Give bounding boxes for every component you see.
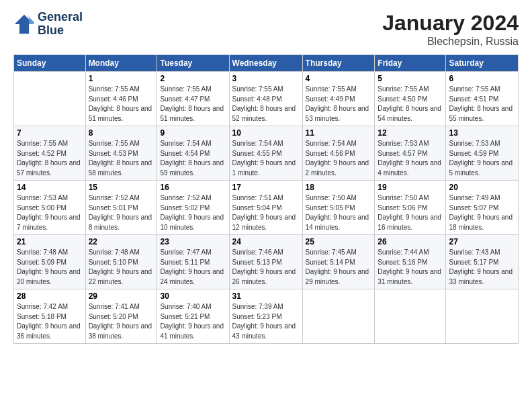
day-info: Sunrise: 7:53 AMSunset: 4:57 PMDaylight:… (378, 139, 443, 178)
calendar-cell: 25Sunrise: 7:45 AMSunset: 5:14 PMDayligh… (302, 235, 375, 289)
calendar-cell (446, 289, 519, 344)
day-number: 7 (17, 128, 83, 138)
day-number: 4 (306, 74, 372, 83)
day-number: 22 (89, 237, 154, 246)
day-info: Sunrise: 7:55 AMSunset: 4:47 PMDaylight:… (160, 85, 226, 124)
day-info: Sunrise: 7:39 AMSunset: 5:23 PMDaylight:… (232, 302, 300, 341)
calendar-cell: 6Sunrise: 7:55 AMSunset: 4:51 PMDaylight… (446, 72, 519, 126)
day-number: 26 (378, 237, 443, 246)
day-number: 15 (89, 183, 154, 192)
day-number: 10 (232, 128, 300, 138)
day-number: 21 (17, 237, 83, 246)
day-number: 11 (306, 128, 372, 138)
calendar-cell (302, 289, 375, 344)
main-title: January 2024 (382, 11, 519, 36)
column-header-friday: Friday (375, 55, 446, 72)
day-info: Sunrise: 7:41 AMSunset: 5:20 PMDaylight:… (89, 302, 154, 341)
day-info: Sunrise: 7:54 AMSunset: 4:56 PMDaylight:… (306, 139, 372, 178)
calendar-cell: 1Sunrise: 7:55 AMSunset: 4:46 PMDaylight… (85, 72, 157, 126)
day-number: 5 (378, 74, 443, 83)
day-info: Sunrise: 7:46 AMSunset: 5:13 PMDaylight:… (232, 248, 300, 287)
calendar-cell: 19Sunrise: 7:50 AMSunset: 5:06 PMDayligh… (375, 181, 446, 235)
calendar-table: SundayMondayTuesdayWednesdayThursdayFrid… (13, 54, 519, 344)
calendar-cell (375, 289, 446, 344)
logo-text: General Blue (38, 11, 83, 38)
day-number: 16 (160, 183, 226, 192)
day-info: Sunrise: 7:45 AMSunset: 5:14 PMDaylight:… (306, 248, 372, 287)
calendar-cell: 10Sunrise: 7:54 AMSunset: 4:55 PMDayligh… (229, 126, 302, 181)
day-info: Sunrise: 7:47 AMSunset: 5:11 PMDaylight:… (160, 248, 226, 287)
calendar-cell: 3Sunrise: 7:55 AMSunset: 4:48 PMDaylight… (229, 72, 302, 126)
logo-icon (13, 13, 35, 35)
week-row-1: 1Sunrise: 7:55 AMSunset: 4:46 PMDaylight… (14, 72, 519, 126)
calendar-cell: 26Sunrise: 7:44 AMSunset: 5:16 PMDayligh… (375, 235, 446, 289)
day-info: Sunrise: 7:55 AMSunset: 4:53 PMDaylight:… (89, 139, 154, 178)
day-info: Sunrise: 7:50 AMSunset: 5:05 PMDaylight:… (306, 193, 372, 232)
calendar-cell: 14Sunrise: 7:53 AMSunset: 5:00 PMDayligh… (14, 181, 86, 235)
day-info: Sunrise: 7:55 AMSunset: 4:50 PMDaylight:… (378, 85, 443, 124)
calendar-cell: 28Sunrise: 7:42 AMSunset: 5:18 PMDayligh… (14, 289, 86, 344)
calendar-cell: 11Sunrise: 7:54 AMSunset: 4:56 PMDayligh… (302, 126, 375, 181)
day-number: 25 (306, 237, 372, 246)
week-row-2: 7Sunrise: 7:55 AMSunset: 4:52 PMDaylight… (14, 126, 519, 181)
calendar-cell: 23Sunrise: 7:47 AMSunset: 5:11 PMDayligh… (157, 235, 229, 289)
day-number: 19 (378, 183, 443, 192)
day-info: Sunrise: 7:55 AMSunset: 4:48 PMDaylight:… (232, 85, 300, 124)
day-number: 28 (17, 291, 83, 301)
title-block: January 2024 Blechepsin, Russia (382, 11, 519, 48)
calendar-cell (14, 72, 86, 126)
day-info: Sunrise: 7:55 AMSunset: 4:51 PMDaylight:… (449, 85, 515, 124)
calendar-cell: 24Sunrise: 7:46 AMSunset: 5:13 PMDayligh… (229, 235, 302, 289)
day-number: 27 (449, 237, 515, 246)
calendar-cell: 15Sunrise: 7:52 AMSunset: 5:01 PMDayligh… (85, 181, 157, 235)
column-header-monday: Monday (85, 55, 157, 72)
calendar-cell: 13Sunrise: 7:53 AMSunset: 4:59 PMDayligh… (446, 126, 519, 181)
column-header-wednesday: Wednesday (229, 55, 302, 72)
day-info: Sunrise: 7:40 AMSunset: 5:21 PMDaylight:… (160, 302, 226, 341)
day-number: 29 (89, 291, 154, 301)
calendar-cell: 29Sunrise: 7:41 AMSunset: 5:20 PMDayligh… (85, 289, 157, 344)
calendar-cell: 12Sunrise: 7:53 AMSunset: 4:57 PMDayligh… (375, 126, 446, 181)
calendar-cell: 30Sunrise: 7:40 AMSunset: 5:21 PMDayligh… (157, 289, 229, 344)
week-row-5: 28Sunrise: 7:42 AMSunset: 5:18 PMDayligh… (14, 289, 519, 344)
day-info: Sunrise: 7:54 AMSunset: 4:55 PMDaylight:… (232, 139, 300, 178)
calendar-cell: 31Sunrise: 7:39 AMSunset: 5:23 PMDayligh… (229, 289, 302, 344)
day-number: 8 (89, 128, 154, 138)
calendar-cell: 4Sunrise: 7:55 AMSunset: 4:49 PMDaylight… (302, 72, 375, 126)
column-header-tuesday: Tuesday (157, 55, 229, 72)
day-info: Sunrise: 7:55 AMSunset: 4:46 PMDaylight:… (89, 85, 154, 124)
day-number: 2 (160, 74, 226, 83)
calendar-cell: 5Sunrise: 7:55 AMSunset: 4:50 PMDaylight… (375, 72, 446, 126)
day-number: 24 (232, 237, 300, 246)
column-header-saturday: Saturday (446, 55, 519, 72)
day-info: Sunrise: 7:55 AMSunset: 4:52 PMDaylight:… (17, 139, 83, 178)
day-info: Sunrise: 7:51 AMSunset: 5:04 PMDaylight:… (232, 193, 300, 232)
day-number: 17 (232, 183, 300, 192)
calendar-cell: 17Sunrise: 7:51 AMSunset: 5:04 PMDayligh… (229, 181, 302, 235)
calendar-cell: 16Sunrise: 7:52 AMSunset: 5:02 PMDayligh… (157, 181, 229, 235)
day-info: Sunrise: 7:42 AMSunset: 5:18 PMDaylight:… (17, 302, 83, 341)
calendar-cell: 20Sunrise: 7:49 AMSunset: 5:07 PMDayligh… (446, 181, 519, 235)
calendar-cell: 21Sunrise: 7:48 AMSunset: 5:09 PMDayligh… (14, 235, 86, 289)
header: General Blue January 2024 Blechepsin, Ru… (13, 11, 519, 48)
column-header-sunday: Sunday (14, 55, 86, 72)
calendar-cell: 27Sunrise: 7:43 AMSunset: 5:17 PMDayligh… (446, 235, 519, 289)
calendar-cell: 7Sunrise: 7:55 AMSunset: 4:52 PMDaylight… (14, 126, 86, 181)
day-number: 31 (232, 291, 300, 301)
calendar-cell: 18Sunrise: 7:50 AMSunset: 5:05 PMDayligh… (302, 181, 375, 235)
logo-line2: Blue (38, 24, 83, 38)
day-info: Sunrise: 7:49 AMSunset: 5:07 PMDaylight:… (449, 193, 515, 232)
day-info: Sunrise: 7:44 AMSunset: 5:16 PMDaylight:… (378, 248, 443, 287)
calendar-cell: 8Sunrise: 7:55 AMSunset: 4:53 PMDaylight… (85, 126, 157, 181)
day-info: Sunrise: 7:53 AMSunset: 4:59 PMDaylight:… (449, 139, 515, 178)
logo: General Blue (13, 11, 83, 38)
day-info: Sunrise: 7:50 AMSunset: 5:06 PMDaylight:… (378, 193, 443, 232)
logo-line1: General (38, 11, 83, 24)
day-number: 20 (449, 183, 515, 192)
calendar-cell: 2Sunrise: 7:55 AMSunset: 4:47 PMDaylight… (157, 72, 229, 126)
day-number: 9 (160, 128, 226, 138)
page: General Blue January 2024 Blechepsin, Ru… (0, 0, 532, 411)
day-number: 13 (449, 128, 515, 138)
week-row-4: 21Sunrise: 7:48 AMSunset: 5:09 PMDayligh… (14, 235, 519, 289)
day-number: 18 (306, 183, 372, 192)
